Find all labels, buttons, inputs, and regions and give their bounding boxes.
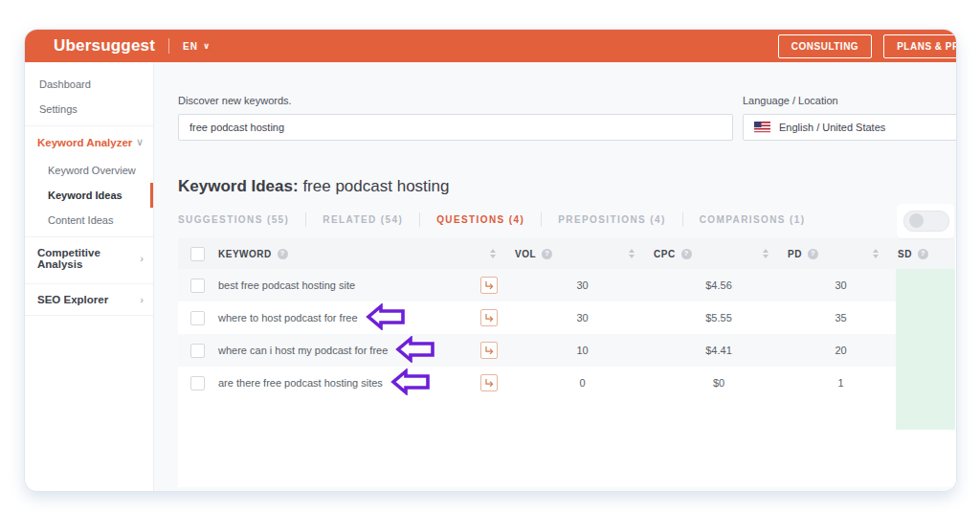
row-checkbox[interactable]: [190, 344, 205, 358]
keyword-cell[interactable]: where can i host my podcast for free: [218, 345, 388, 356]
page-title-prefix: Keyword Ideas:: [178, 177, 299, 195]
brand-logo[interactable]: Ubersuggest: [54, 36, 155, 56]
sort-keyword-button[interactable]: [490, 249, 496, 258]
main-content: Discover new keywords. Language / Locati…: [154, 62, 956, 491]
info-icon[interactable]: ?: [681, 249, 692, 259]
table-row: where to host podcast for free 30 $5.55 …: [178, 301, 955, 334]
info-icon[interactable]: ?: [918, 249, 928, 259]
pd-cell: 1: [786, 367, 896, 399]
cpc-cell: $5.55: [652, 301, 786, 334]
sort-pd-button[interactable]: [873, 249, 879, 258]
enter-arrow-icon: [484, 280, 494, 290]
pd-cell: 20: [786, 334, 896, 367]
sidebar-group-seo-explorer[interactable]: SEO Explorer ›: [25, 283, 153, 316]
table-row: are there free podcast hosting sites 0 $…: [178, 367, 955, 399]
vol-cell: 30: [513, 301, 652, 334]
cpc-cell: $0: [652, 367, 786, 399]
row-checkbox[interactable]: [190, 376, 205, 390]
sd-cell: [896, 399, 955, 430]
cpc-cell: $4.41: [652, 334, 786, 367]
sidebar: Dashboard Settings Keyword Analyzer ∨ Ke…: [25, 62, 154, 491]
table-header-row: KEYWORD ? VOL ?: [178, 238, 955, 269]
open-keyword-button[interactable]: [480, 277, 498, 294]
topbar-divider: [168, 38, 169, 54]
toggle-container: [897, 204, 954, 238]
keyword-cell[interactable]: best free podcast hosting site: [218, 279, 355, 291]
language-location-select[interactable]: English / United States: [743, 114, 957, 141]
search-label: Discover new keywords.: [178, 95, 733, 106]
row-checkbox[interactable]: [190, 279, 205, 293]
annotation-arrow-left-icon: [390, 368, 431, 395]
row-checkbox[interactable]: [190, 311, 205, 325]
chevron-right-icon: ›: [140, 253, 144, 264]
select-all-checkbox[interactable]: [190, 247, 205, 261]
keyword-cell[interactable]: where to host podcast for free: [218, 312, 358, 323]
chevron-right-icon: ›: [140, 294, 144, 305]
enter-arrow-icon: [484, 378, 494, 388]
open-keyword-button[interactable]: [480, 374, 498, 391]
keyword-cell[interactable]: are there free podcast hosting sites: [218, 377, 383, 389]
app-window: Ubersuggest EN ∨ CONSULTING PLANS & PRIC…: [24, 29, 957, 492]
column-header-vol: VOL: [515, 249, 536, 259]
consulting-button[interactable]: CONSULTING: [778, 34, 872, 58]
view-toggle-switch[interactable]: [903, 211, 949, 232]
column-header-sd: SD: [898, 249, 912, 259]
toggle-knob: [909, 213, 924, 228]
open-keyword-button[interactable]: [480, 309, 498, 326]
info-icon[interactable]: ?: [808, 249, 818, 259]
language-location-label: Language / Location: [743, 95, 957, 106]
sidebar-item-keyword-ideas[interactable]: Keyword Ideas: [25, 183, 153, 208]
open-keyword-button[interactable]: [480, 342, 498, 359]
language-code: EN: [183, 41, 198, 52]
sidebar-group-label: Competitive Analysis: [37, 247, 140, 270]
top-navbar: Ubersuggest EN ∨ CONSULTING PLANS & PRIC…: [25, 30, 956, 62]
enter-arrow-icon: [484, 313, 494, 323]
sidebar-item-settings[interactable]: Settings: [25, 97, 153, 122]
vol-cell: 0: [513, 367, 652, 399]
column-header-pd: PD: [788, 249, 802, 259]
table-row: where can i host my podcast for free 10 …: [178, 334, 955, 367]
tab-related[interactable]: RELATED (54): [305, 212, 419, 227]
sidebar-group-competitive-analysis[interactable]: Competitive Analysis ›: [25, 236, 153, 279]
tab-prepositions[interactable]: PREPOSITIONS (4): [541, 212, 681, 227]
language-location-value: English / United States: [779, 122, 885, 133]
cpc-cell: $4.56: [652, 269, 786, 301]
sort-cpc-button[interactable]: [763, 249, 768, 258]
sidebar-item-dashboard[interactable]: Dashboard: [25, 72, 153, 97]
language-dropdown[interactable]: EN ∨: [183, 41, 211, 52]
vol-cell: 10: [513, 334, 652, 367]
sort-vol-button[interactable]: [629, 249, 635, 258]
info-icon[interactable]: ?: [542, 249, 552, 259]
table-row: best free podcast hosting site 30 $4.56 …: [178, 269, 955, 301]
column-header-cpc: CPC: [654, 249, 676, 259]
info-icon[interactable]: ?: [278, 249, 288, 259]
enter-arrow-icon: [484, 346, 494, 355]
us-flag-icon: [754, 122, 770, 133]
keyword-tabs: SUGGESTIONS (55) RELATED (54) QUESTIONS …: [178, 212, 956, 227]
chevron-down-icon: ∨: [136, 136, 144, 148]
vol-cell: 30: [513, 269, 652, 301]
keyword-table-container: KEYWORD ? VOL ?: [178, 238, 956, 487]
tab-suggestions[interactable]: SUGGESTIONS (55): [178, 212, 305, 227]
keyword-table: KEYWORD ? VOL ?: [178, 238, 955, 430]
chevron-down-icon: ∨: [203, 43, 211, 49]
sidebar-item-content-ideas[interactable]: Content Ideas: [25, 208, 153, 233]
plans-pricing-button[interactable]: PLANS & PRICING: [883, 34, 957, 58]
annotation-arrow-left-icon: [366, 303, 406, 330]
page-title-keyword: free podcast hosting: [302, 177, 449, 195]
pd-cell: 35: [786, 301, 896, 334]
sd-cell: [896, 269, 955, 301]
sidebar-group-keyword-analyzer[interactable]: Keyword Analyzer ∨: [25, 125, 153, 158]
keyword-search-input[interactable]: [178, 114, 733, 141]
tab-questions[interactable]: QUESTIONS (4): [419, 212, 541, 227]
column-header-keyword: KEYWORD: [218, 249, 272, 259]
table-spacer-row: [178, 399, 955, 430]
sd-cell: [896, 367, 955, 399]
tab-comparisons[interactable]: COMPARISONS (1): [682, 212, 822, 227]
pd-cell: 30: [786, 269, 896, 301]
sidebar-group-label: Keyword Analyzer: [37, 137, 132, 148]
sidebar-item-keyword-overview[interactable]: Keyword Overview: [25, 158, 153, 183]
sd-cell: [896, 334, 955, 367]
page-title: Keyword Ideas: free podcast hosting: [178, 177, 956, 196]
topbar-buttons: CONSULTING PLANS & PRICING: [778, 34, 957, 58]
